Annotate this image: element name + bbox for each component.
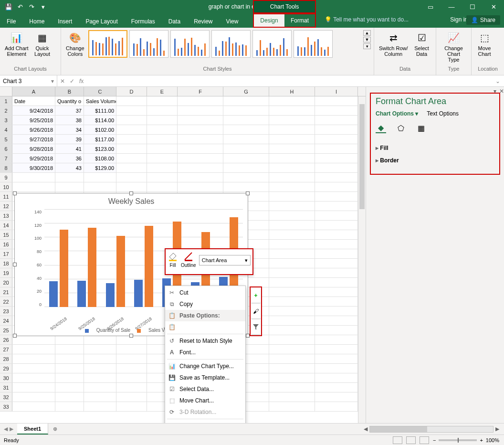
change-colors-button[interactable]: 🎨Change Colors — [64, 30, 86, 58]
cell[interactable] — [12, 335, 55, 344]
cell[interactable]: 9/26/2018 — [12, 125, 55, 134]
vertical-scrollbar[interactable] — [358, 96, 366, 423]
cell[interactable] — [269, 287, 315, 297]
cell[interactable] — [315, 106, 358, 115]
chart-elements-icon[interactable]: + — [251, 288, 261, 303]
cell[interactable] — [269, 211, 315, 220]
cell[interactable] — [315, 154, 358, 163]
add-sheet-icon[interactable]: ⊕ — [48, 424, 62, 434]
cell[interactable] — [12, 173, 55, 182]
cell[interactable] — [55, 173, 84, 182]
cell[interactable]: 37 — [55, 106, 84, 115]
cell[interactable]: 34 — [55, 125, 84, 134]
close-icon[interactable]: ✕ — [483, 0, 504, 13]
cell[interactable] — [315, 307, 358, 316]
ctx-save-template[interactable]: 💾Save as Template... — [165, 372, 245, 383]
cell[interactable] — [116, 173, 147, 182]
view-page-break-icon[interactable] — [420, 436, 429, 444]
cell[interactable] — [84, 182, 116, 191]
cell[interactable] — [269, 182, 315, 191]
mini-element-dropdown[interactable]: Chart Area▾ — [199, 255, 251, 265]
style-gallery-up-icon[interactable]: ▲ — [363, 30, 371, 36]
pane-effects-icon[interactable]: ⬠ — [396, 123, 406, 133]
cell[interactable] — [269, 278, 315, 287]
mini-outline-button[interactable]: Outline — [181, 251, 196, 272]
cell[interactable] — [269, 373, 315, 382]
cell[interactable] — [116, 154, 147, 163]
cell[interactable] — [178, 116, 223, 125]
zoom-in-icon[interactable]: + — [480, 437, 483, 443]
redo-icon[interactable]: ↷ — [27, 2, 36, 11]
cell[interactable] — [55, 364, 84, 373]
cell[interactable] — [223, 173, 269, 182]
cell[interactable] — [315, 335, 358, 344]
cell[interactable] — [116, 96, 147, 106]
cell[interactable] — [269, 221, 315, 230]
cell[interactable] — [84, 173, 116, 182]
cell[interactable] — [55, 345, 84, 354]
sheet-tab[interactable]: Sheet1 — [17, 424, 48, 434]
cell[interactable] — [315, 96, 358, 106]
tab-view[interactable]: View — [220, 15, 245, 28]
column-header[interactable]: F — [178, 87, 223, 96]
cell[interactable] — [269, 307, 315, 316]
cell[interactable] — [315, 192, 358, 201]
minimize-icon[interactable]: — — [441, 0, 462, 13]
cell[interactable] — [147, 182, 178, 191]
cell[interactable] — [223, 116, 269, 125]
cell[interactable]: Quantity o — [55, 96, 84, 106]
cell[interactable] — [12, 392, 55, 402]
cell[interactable]: 36 — [55, 154, 84, 163]
cell[interactable] — [147, 154, 178, 163]
cell[interactable] — [315, 201, 358, 211]
cell[interactable] — [315, 211, 358, 220]
cell[interactable] — [116, 373, 147, 382]
share-button[interactable]: 👤 Share — [466, 15, 500, 25]
ctx-copy[interactable]: ⧉Copy — [165, 298, 245, 310]
cell[interactable] — [178, 96, 223, 106]
pane-size-icon[interactable]: ▦ — [416, 123, 426, 133]
zoom-out-icon[interactable]: − — [433, 437, 436, 443]
chart-style-thumb[interactable] — [88, 30, 127, 58]
undo-icon[interactable]: ↶ — [15, 2, 25, 11]
cell[interactable] — [12, 373, 55, 382]
cell[interactable] — [315, 116, 358, 125]
cell[interactable] — [116, 402, 147, 411]
cell[interactable] — [223, 125, 269, 134]
cell[interactable]: $117.00 — [84, 135, 116, 144]
cell[interactable] — [269, 116, 315, 125]
cell[interactable] — [269, 240, 315, 249]
cell[interactable] — [269, 154, 315, 163]
ctx-reset[interactable]: ↺Reset to Match Style — [165, 335, 245, 347]
cell[interactable] — [178, 182, 223, 191]
tab-design[interactable]: Design — [254, 14, 284, 27]
cell[interactable]: $129.00 — [84, 163, 116, 172]
cell[interactable] — [12, 354, 55, 363]
cell[interactable] — [315, 249, 358, 258]
cell[interactable] — [84, 383, 116, 392]
cell[interactable] — [315, 173, 358, 182]
change-chart-type-button[interactable]: 📈Change Chart Type — [439, 30, 468, 64]
cell[interactable] — [223, 144, 269, 153]
column-header[interactable]: G — [223, 87, 269, 96]
worksheet-grid[interactable]: ABCDEFGHI 1DateQuantity oSales Volume29/… — [0, 87, 366, 423]
cell[interactable] — [116, 163, 147, 172]
sheet-nav-prev-icon[interactable]: ◀ — [4, 426, 8, 432]
column-header[interactable]: H — [269, 87, 315, 96]
cell[interactable] — [84, 364, 116, 373]
column-header[interactable]: A — [12, 87, 55, 96]
confirm-formula-icon[interactable]: ✓ — [70, 78, 74, 85]
cell[interactable] — [315, 125, 358, 134]
cell[interactable] — [315, 144, 358, 153]
cell[interactable] — [269, 259, 315, 268]
cell[interactable] — [315, 259, 358, 268]
cell[interactable] — [315, 163, 358, 172]
chart-style-thumb[interactable] — [294, 30, 333, 58]
ctx-paste-option[interactable]: 📋 — [165, 321, 245, 333]
cell[interactable] — [178, 106, 223, 115]
cell[interactable]: 43 — [55, 163, 84, 172]
cell[interactable] — [223, 154, 269, 163]
cell[interactable] — [315, 354, 358, 363]
cell[interactable] — [84, 345, 116, 354]
cell[interactable] — [269, 144, 315, 153]
